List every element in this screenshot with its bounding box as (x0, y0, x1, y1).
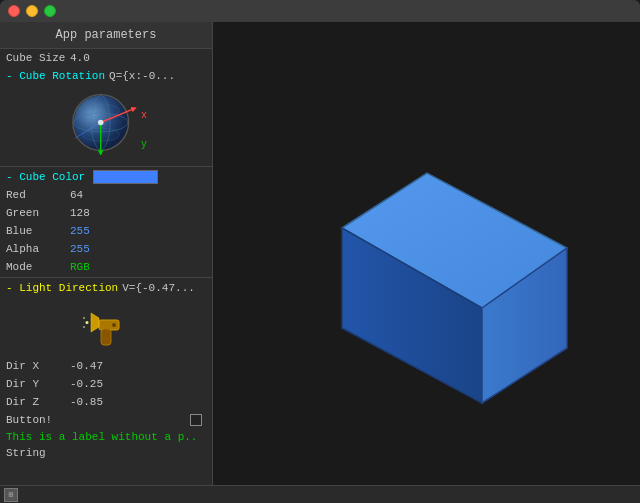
close-button[interactable] (8, 5, 20, 17)
alpha-value: 255 (70, 243, 90, 255)
green-label: Green (6, 207, 66, 219)
minimize-button[interactable] (26, 5, 38, 17)
rotation-sphere-svg[interactable] (61, 90, 146, 155)
mode-row: Mode RGB (0, 258, 212, 276)
window-chrome (0, 0, 640, 22)
svg-point-17 (83, 326, 85, 328)
light-direction-header[interactable]: - Light Direction V={-0.47... (0, 279, 212, 297)
panel-title: App parameters (0, 22, 212, 49)
blue-label: Blue (6, 225, 66, 237)
dir-z-label: Dir Z (6, 396, 66, 408)
button-label: Button! (6, 414, 52, 426)
rotation-widget[interactable]: x y (61, 90, 151, 160)
dir-z-value: -0.85 (70, 396, 103, 408)
string-label: String (0, 445, 212, 461)
mode-value: RGB (70, 261, 90, 273)
alpha-row: Alpha 255 (0, 240, 212, 258)
light-icon-svg[interactable] (81, 305, 131, 350)
alpha-label: Alpha (6, 243, 66, 255)
svg-rect-14 (101, 329, 111, 345)
green-row: Green 128 (0, 204, 212, 222)
bottom-icon: ⊞ (4, 488, 18, 502)
dir-z-row: Dir Z -0.85 (0, 393, 212, 411)
svg-marker-13 (91, 313, 99, 332)
light-direction-value: V={-0.47... (122, 282, 195, 294)
bottom-bar: ⊞ (0, 485, 640, 503)
mode-label: Mode (6, 261, 66, 273)
blue-value: 255 (70, 225, 90, 237)
green-label-text: This is a label without a p.. (0, 429, 212, 445)
left-panel: App parameters Cube Size 4.0 - Cube Rota… (0, 22, 213, 503)
dir-y-label: Dir Y (6, 378, 66, 390)
dir-x-label: Dir X (6, 360, 66, 372)
checkbox[interactable] (190, 414, 202, 426)
cube-color-header[interactable]: - Cube Color (0, 168, 212, 186)
red-row: Red 64 (0, 186, 212, 204)
cube-size-value: 4.0 (70, 52, 90, 64)
svg-point-18 (112, 323, 116, 327)
cube-rotation-header[interactable]: - Cube Rotation Q={x:-0... (0, 67, 212, 85)
cube-size-row: Cube Size 4.0 (0, 49, 212, 67)
svg-point-15 (86, 321, 89, 324)
dir-x-value: -0.47 (70, 360, 103, 372)
green-value: 128 (70, 207, 90, 219)
cube-color-swatch[interactable] (93, 170, 158, 184)
axis-y-label: y (141, 139, 147, 150)
red-value: 64 (70, 189, 83, 201)
cube-size-label: Cube Size (6, 52, 66, 64)
svg-point-16 (83, 317, 85, 319)
dir-y-value: -0.25 (70, 378, 103, 390)
blue-row: Blue 255 (0, 222, 212, 240)
maximize-button[interactable] (44, 5, 56, 17)
rotation-widget-container[interactable]: x y (0, 85, 212, 165)
svg-point-9 (98, 120, 104, 126)
cube-svg (257, 93, 597, 433)
dir-x-row: Dir X -0.47 (0, 357, 212, 375)
light-widget-container[interactable] (0, 297, 212, 357)
divider-1 (0, 166, 212, 167)
dir-y-row: Dir Y -0.25 (0, 375, 212, 393)
axis-x-label: x (141, 110, 147, 121)
divider-2 (0, 277, 212, 278)
main-area: App parameters Cube Size 4.0 - Cube Rota… (0, 22, 640, 503)
red-label: Red (6, 189, 66, 201)
cube-rotation-value: Q={x:-0... (109, 70, 175, 82)
button-row: Button! (0, 411, 212, 429)
right-area (213, 22, 640, 503)
